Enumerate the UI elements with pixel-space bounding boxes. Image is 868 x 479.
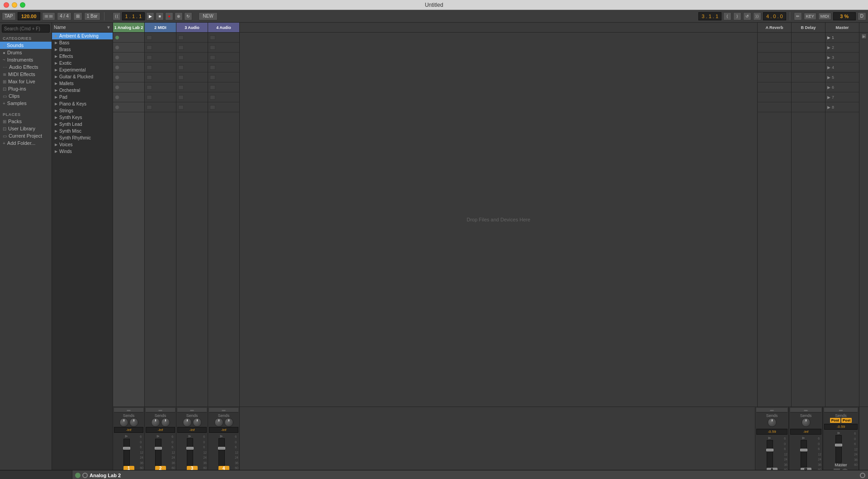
- device-fold-button[interactable]: [82, 473, 88, 478]
- master-4[interactable]: ▶ 4: [825, 62, 859, 72]
- tap-button[interactable]: TAP: [2, 12, 16, 20]
- draw-mode[interactable]: ✏: [794, 12, 802, 20]
- volume-fader-3[interactable]: [187, 438, 193, 466]
- headphone-button[interactable]: [841, 468, 849, 470]
- position-display[interactable]: 1 . 1 . 1: [122, 12, 145, 20]
- clip-3-7[interactable]: [176, 92, 208, 102]
- send-a-6[interactable]: [758, 82, 791, 92]
- send-a-2[interactable]: [758, 43, 791, 53]
- record-button[interactable]: ●: [165, 12, 173, 20]
- sidebar-item-clips[interactable]: ▭ Clips: [0, 92, 52, 100]
- send-b-7[interactable]: [792, 92, 825, 102]
- clip-3-1[interactable]: [176, 33, 208, 43]
- expand-button[interactable]: ▶: [861, 34, 867, 39]
- master-3[interactable]: ▶ 3: [825, 53, 859, 62]
- clip-4-2[interactable]: [208, 43, 239, 53]
- send-a-knob-1[interactable]: [119, 418, 128, 427]
- mixer-collapse-sa[interactable]: ▬: [756, 408, 787, 412]
- track-header-1[interactable]: 1 Analog Lab 2: [113, 23, 145, 32]
- fb-item-piano-keys[interactable]: ▶ Piano & Keys: [52, 101, 113, 107]
- key-button[interactable]: KEY: [804, 13, 816, 20]
- post-button-b[interactable]: Post: [841, 418, 852, 423]
- clip-4-6[interactable]: [208, 82, 239, 92]
- track-header-2[interactable]: 2 MIDI: [145, 23, 176, 32]
- fb-item-experimental[interactable]: ▶ Experimental: [52, 67, 113, 73]
- send-b-knob-1[interactable]: [129, 418, 138, 427]
- mixer-collapse-1[interactable]: ▬: [114, 408, 143, 412]
- volume-fader-sb[interactable]: [801, 440, 807, 468]
- send-a-knob-sa[interactable]: [768, 418, 777, 427]
- fb-item-voices[interactable]: ▶ Voices: [52, 141, 113, 148]
- clip-1-5[interactable]: [113, 72, 144, 82]
- volume-fader-master[interactable]: [835, 435, 842, 463]
- clip-4-3[interactable]: [208, 53, 239, 62]
- track-header-4[interactable]: 4 Audio: [208, 23, 240, 32]
- overdub-button[interactable]: ⊕: [175, 12, 183, 20]
- sidebar-item-sounds[interactable]: ♪ Sounds: [0, 42, 52, 49]
- fb-item-synth-keys[interactable]: ▶ Synth Keys: [52, 114, 113, 121]
- send-b-8[interactable]: [792, 102, 825, 112]
- post-button-a[interactable]: Post: [830, 418, 840, 423]
- clip-1-3[interactable]: [113, 53, 144, 62]
- sidebar-item-instruments[interactable]: ~ Instruments: [0, 56, 52, 63]
- send-b-knob-3[interactable]: [193, 418, 202, 427]
- clip-1-6[interactable]: [113, 82, 144, 92]
- volume-fader-4[interactable]: [218, 438, 225, 466]
- track-number-2[interactable]: 2: [155, 466, 166, 470]
- send-a-7[interactable]: [758, 92, 791, 102]
- fb-item-guitar[interactable]: ▶ Guitar & Plucked: [52, 73, 113, 80]
- clip-2-7[interactable]: [145, 92, 176, 102]
- mixer-collapse-master[interactable]: ▬: [824, 408, 858, 412]
- follow[interactable]: ⟩⟩: [753, 12, 761, 20]
- master-2[interactable]: ▶ 2: [825, 43, 859, 53]
- fb-item-mallets[interactable]: ▶ Mallets: [52, 80, 113, 87]
- minimize-button[interactable]: [12, 2, 17, 8]
- clip-2-1[interactable]: [145, 33, 176, 43]
- clip-4-8[interactable]: [208, 102, 239, 112]
- loop-button[interactable]: ↻: [184, 12, 192, 20]
- time-sig[interactable]: 4 / 4: [57, 12, 71, 20]
- new-button[interactable]: NEW: [199, 12, 217, 20]
- clip-3-3[interactable]: [176, 53, 208, 62]
- record-quantize[interactable]: ⊞: [73, 12, 82, 20]
- clip-3-8[interactable]: [176, 102, 208, 112]
- fb-item-brass[interactable]: ▶ Brass: [52, 46, 113, 53]
- fb-item-pad[interactable]: ▶ Pad: [52, 94, 113, 101]
- clip-3-4[interactable]: [176, 62, 208, 72]
- send-a-knob-3[interactable]: [183, 418, 192, 427]
- clip-1-2[interactable]: [113, 43, 144, 53]
- back-button[interactable]: ⟨⟨: [113, 12, 121, 20]
- send-b-knob-sb[interactable]: [802, 418, 811, 427]
- send-a-5[interactable]: [758, 72, 791, 82]
- clip-1-4[interactable]: [113, 62, 144, 72]
- master-1[interactable]: ▶ 1: [825, 33, 859, 43]
- send-b-3[interactable]: [792, 53, 825, 62]
- position-right-display[interactable]: 3 . 1 . 1: [698, 12, 721, 20]
- fb-item-ambient[interactable]: ▶ Ambient & Evolving: [52, 33, 113, 39]
- fb-item-exotic[interactable]: ▶ Exotic: [52, 60, 113, 67]
- fb-item-winds[interactable]: ▶ Winds: [52, 148, 113, 155]
- search-input[interactable]: [2, 24, 50, 33]
- volume-fader-1[interactable]: [123, 439, 130, 466]
- master-5[interactable]: ▶ 5: [825, 72, 859, 82]
- bar-length[interactable]: 1 Bar: [84, 12, 100, 20]
- send-b-knob-2[interactable]: [161, 418, 170, 427]
- mixer-collapse-2[interactable]: ▬: [146, 408, 175, 412]
- sidebar-item-drums[interactable]: ● Drums: [0, 49, 52, 56]
- clip-4-1[interactable]: [208, 33, 239, 43]
- send-b-4[interactable]: [792, 62, 825, 72]
- play-button[interactable]: ▶: [146, 12, 154, 20]
- send-a-1[interactable]: [758, 33, 791, 43]
- send-a-3[interactable]: [758, 53, 791, 62]
- send-a-knob-4[interactable]: [214, 418, 223, 427]
- send-b-6[interactable]: [792, 82, 825, 92]
- clip-3-5[interactable]: [176, 72, 208, 82]
- clip-2-8[interactable]: [145, 102, 176, 112]
- device-power-button[interactable]: [75, 473, 81, 478]
- fb-item-bass[interactable]: ▶ Bass: [52, 39, 113, 46]
- bpm-display[interactable]: 120.00: [18, 12, 40, 20]
- close-button[interactable]: [4, 2, 9, 8]
- clip-2-5[interactable]: [145, 72, 176, 82]
- clip-1-8[interactable]: [113, 102, 144, 112]
- mixer-collapse-4[interactable]: ▬: [209, 408, 238, 412]
